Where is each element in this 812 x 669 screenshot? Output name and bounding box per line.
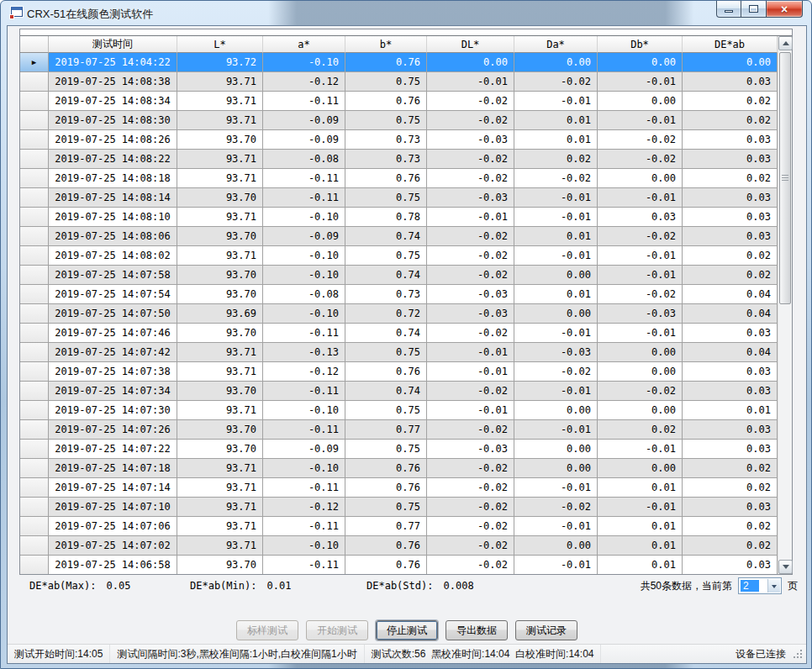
grid-cell[interactable]: 2019-07-25 14:07:50 (49, 304, 177, 324)
grid-cell[interactable]: 0.00 (598, 92, 683, 111)
row-header-cell[interactable] (20, 440, 49, 459)
test-records-button[interactable]: 测试记录 (515, 620, 577, 640)
table-row[interactable]: 2019-07-25 14:08:0693.70-0.090.74-0.020.… (20, 227, 778, 246)
grid-cell[interactable]: 0.00 (514, 53, 598, 72)
grid-cell[interactable]: 2019-07-25 14:07:38 (49, 362, 177, 382)
grid-cell[interactable]: 0.02 (683, 111, 778, 130)
grid-cell[interactable]: 2019-07-25 14:07:34 (49, 382, 177, 401)
table-row[interactable]: 2019-07-25 14:07:0693.71-0.110.77-0.02-0… (20, 517, 778, 536)
grid-cell[interactable]: 0.76 (345, 362, 427, 382)
grid-cell[interactable]: 93.70 (177, 556, 263, 574)
grid-cell[interactable]: -0.11 (263, 478, 345, 498)
grid-cell[interactable]: 2019-07-25 14:07:14 (49, 478, 177, 498)
grid-cell[interactable]: -0.03 (427, 440, 514, 459)
grid-cell[interactable]: -0.11 (263, 324, 345, 343)
row-header-cell[interactable] (20, 111, 49, 130)
stop-test-button[interactable]: 停止测试 (376, 620, 438, 640)
grid-cell[interactable]: 2019-07-25 14:07:26 (49, 420, 177, 440)
grid-cell[interactable]: 0.73 (345, 130, 427, 150)
grid-cell[interactable]: -0.09 (263, 227, 345, 246)
grid-cell[interactable]: 93.71 (177, 459, 263, 478)
grid-cell[interactable]: -0.02 (427, 459, 514, 478)
grid-cell[interactable]: 0.00 (514, 459, 598, 478)
grid-cell[interactable]: 0.74 (345, 227, 427, 246)
grid-cell[interactable]: 0.01 (514, 130, 598, 150)
grid-cell[interactable]: 2019-07-25 14:08:14 (49, 188, 177, 208)
table-row[interactable]: 2019-07-25 14:07:1093.71-0.120.75-0.02-0… (20, 498, 778, 517)
grid-cell[interactable]: 0.03 (683, 556, 778, 574)
grid-cell[interactable]: -0.01 (598, 188, 683, 208)
grid-cell[interactable]: -0.01 (514, 246, 598, 266)
grid-cell[interactable]: 93.71 (177, 150, 263, 169)
grid-cell[interactable]: 0.78 (345, 208, 427, 227)
page-selector[interactable]: 2 (738, 577, 782, 594)
column-header-5[interactable]: Da* (514, 36, 598, 53)
grid-cell[interactable]: 93.71 (177, 343, 263, 362)
grid-cell[interactable]: 0.03 (683, 324, 778, 343)
row-header-cell[interactable]: ▶ (20, 53, 49, 72)
grid-cell[interactable]: 0.04 (683, 285, 778, 304)
grid-cell[interactable]: 0.76 (345, 556, 427, 574)
row-header-cell[interactable] (20, 92, 49, 111)
grid-cell[interactable]: -0.01 (514, 92, 598, 111)
grid-cell[interactable]: 0.03 (683, 188, 778, 208)
grid-cell[interactable]: -0.11 (263, 382, 345, 401)
row-header-cell[interactable] (20, 478, 49, 498)
grid-cell[interactable]: -0.02 (598, 150, 683, 169)
column-header-6[interactable]: Db* (598, 36, 683, 53)
grid-cell[interactable]: 0.73 (345, 285, 427, 304)
grid-cell[interactable]: -0.02 (514, 498, 598, 517)
row-header-cell[interactable] (20, 517, 49, 536)
grid-cell[interactable]: 0.00 (598, 169, 683, 188)
grid-cell[interactable]: 2019-07-25 14:07:46 (49, 324, 177, 343)
grid-cell[interactable]: -0.02 (427, 517, 514, 536)
grid-cell[interactable]: 93.71 (177, 401, 263, 420)
grid-cell[interactable]: -0.02 (598, 382, 683, 401)
grid-cell[interactable]: 2019-07-25 14:06:58 (49, 556, 177, 574)
grid-cell[interactable]: 0.03 (683, 440, 778, 459)
grid-cell[interactable]: 93.70 (177, 266, 263, 285)
grid-cell[interactable]: 0.02 (683, 459, 778, 478)
row-header-cell[interactable] (20, 72, 49, 92)
grid-cell[interactable]: 0.76 (345, 169, 427, 188)
grid-cell[interactable]: 0.72 (345, 304, 427, 324)
grid-cell[interactable]: 93.72 (177, 53, 263, 72)
row-header-cell[interactable] (20, 227, 49, 246)
grid-cell[interactable]: 0.75 (345, 498, 427, 517)
grid-cell[interactable]: -0.01 (514, 420, 598, 440)
grid-cell[interactable]: 0.02 (514, 150, 598, 169)
grid-cell[interactable]: 93.71 (177, 517, 263, 536)
column-header-1[interactable]: L* (177, 36, 263, 53)
grid-cell[interactable]: -0.03 (427, 304, 514, 324)
grid-cell[interactable]: 0.04 (683, 343, 778, 362)
row-header-cell[interactable] (20, 556, 49, 574)
table-row[interactable]: 2019-07-25 14:07:1493.71-0.110.76-0.02-0… (20, 478, 778, 498)
grid-cell[interactable]: 2019-07-25 14:08:06 (49, 227, 177, 246)
grid-cell[interactable]: -0.03 (427, 285, 514, 304)
grid-cell[interactable]: 93.71 (177, 208, 263, 227)
row-header-cell[interactable] (20, 459, 49, 478)
row-header-cell[interactable] (20, 420, 49, 440)
scroll-up-button[interactable] (778, 36, 793, 50)
table-row[interactable]: 2019-07-25 14:08:1893.71-0.110.76-0.02-0… (20, 169, 778, 188)
grid-cell[interactable]: -0.11 (263, 169, 345, 188)
grid-cell[interactable]: 0.75 (345, 111, 427, 130)
grid-cell[interactable]: -0.02 (427, 498, 514, 517)
grid-cell[interactable]: 0.03 (683, 130, 778, 150)
row-header-cell[interactable] (20, 382, 49, 401)
grid-cell[interactable]: 0.76 (345, 478, 427, 498)
table-row[interactable]: 2019-07-25 14:07:3093.71-0.100.75-0.010.… (20, 401, 778, 420)
grid-cell[interactable]: -0.03 (514, 343, 598, 362)
grid-cell[interactable]: 93.71 (177, 92, 263, 111)
grid-cell[interactable]: 0.01 (683, 401, 778, 420)
grid-cell[interactable]: -0.02 (514, 362, 598, 382)
grid-cell[interactable]: 0.03 (683, 382, 778, 401)
grid-cell[interactable]: -0.01 (514, 324, 598, 343)
grid-cell[interactable]: 0.00 (514, 536, 598, 556)
grid-cell[interactable]: 0.75 (345, 343, 427, 362)
grid-cell[interactable]: 0.73 (345, 150, 427, 169)
grid-cell[interactable]: 0.74 (345, 324, 427, 343)
grid-cell[interactable]: -0.02 (427, 111, 514, 130)
scroll-down-button[interactable] (778, 560, 793, 574)
table-row[interactable]: 2019-07-25 14:07:3893.71-0.120.76-0.01-0… (20, 362, 778, 382)
